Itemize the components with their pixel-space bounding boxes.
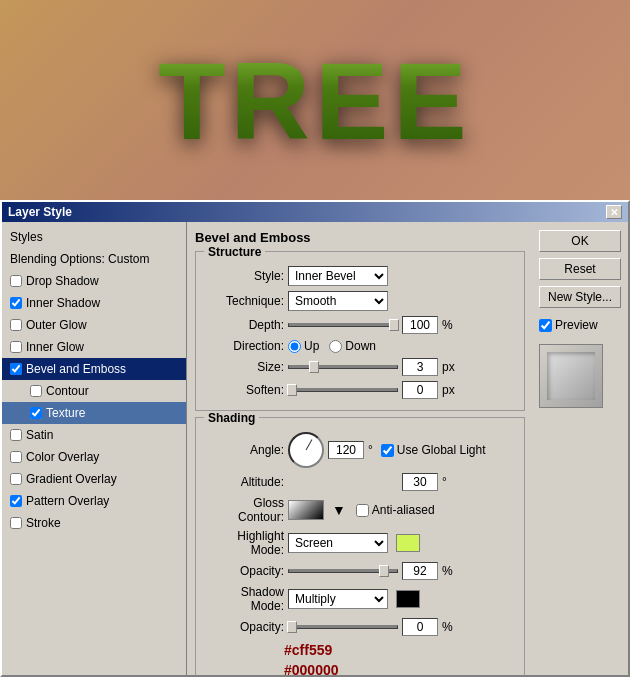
direction-label: Direction:: [204, 339, 284, 353]
use-global-light-checkbox[interactable]: [381, 444, 394, 457]
inner-glow-checkbox[interactable]: [10, 341, 22, 353]
inner-glow-label: Inner Glow: [26, 340, 84, 354]
gloss-contour-label: Gloss Contour:: [204, 496, 284, 524]
sidebar-item-inner-glow[interactable]: Inner Glow: [2, 336, 186, 358]
size-slider[interactable]: [288, 365, 398, 369]
soften-row: Soften: px: [204, 381, 516, 399]
preview-checkbox-label[interactable]: Preview: [539, 318, 622, 332]
sidebar-item-drop-shadow[interactable]: Drop Shadow: [2, 270, 186, 292]
altitude-row: Altitude: °: [204, 473, 516, 491]
structure-label: Structure: [204, 245, 265, 259]
shadow-opacity-input[interactable]: [402, 618, 438, 636]
new-style-button[interactable]: New Style...: [539, 286, 621, 308]
altitude-input[interactable]: [402, 473, 438, 491]
direction-up-radio[interactable]: [288, 340, 301, 353]
contour-label: Contour: [46, 384, 89, 398]
shadow-opacity-row: Opacity: %: [204, 618, 516, 636]
sidebar-item-pattern-overlay[interactable]: Pattern Overlay: [2, 490, 186, 512]
soften-input[interactable]: [402, 381, 438, 399]
direction-down-option[interactable]: Down: [329, 339, 376, 353]
preview-checkbox[interactable]: [539, 319, 552, 332]
technique-label: Technique:: [204, 294, 284, 308]
gradient-overlay-checkbox[interactable]: [10, 473, 22, 485]
shading-label: Shading: [204, 411, 259, 425]
angle-label: Angle:: [204, 443, 284, 457]
gloss-contour-arrow[interactable]: ▼: [332, 502, 346, 518]
sidebar-item-contour[interactable]: Contour: [2, 380, 186, 402]
angle-unit: °: [368, 443, 373, 457]
drop-shadow-checkbox[interactable]: [10, 275, 22, 287]
shadow-color-swatch[interactable]: [396, 590, 420, 608]
sidebar-item-bevel-emboss[interactable]: Bevel and Emboss: [2, 358, 186, 380]
direction-down-label: Down: [345, 339, 376, 353]
sidebar-item-styles-label: Styles: [10, 230, 43, 244]
highlight-opacity-slider[interactable]: [288, 569, 398, 573]
reset-button[interactable]: Reset: [539, 258, 621, 280]
stroke-checkbox[interactable]: [10, 517, 22, 529]
shadow-opacity-slider[interactable]: [288, 625, 398, 629]
sidebar-item-inner-shadow[interactable]: Inner Shadow: [2, 292, 186, 314]
inner-shadow-checkbox[interactable]: [10, 297, 22, 309]
shadow-mode-label: Shadow Mode:: [204, 585, 284, 613]
style-select[interactable]: Inner Bevel: [288, 266, 388, 286]
layer-style-dialog: Layer Style ✕ Styles Blending Options: C…: [0, 200, 630, 677]
color-overlay-checkbox[interactable]: [10, 451, 22, 463]
bevel-emboss-label: Bevel and Emboss: [26, 362, 126, 376]
contour-checkbox[interactable]: [30, 385, 42, 397]
sidebar-item-texture[interactable]: Texture: [2, 402, 186, 424]
highlight-opacity-input[interactable]: [402, 562, 438, 580]
highlight-mode-row: Highlight Mode: Screen: [204, 529, 516, 557]
soften-slider[interactable]: [288, 388, 398, 392]
size-input[interactable]: [402, 358, 438, 376]
sidebar-item-satin[interactable]: Satin: [2, 424, 186, 446]
preview-label: Preview: [555, 318, 598, 332]
sidebar-item-stroke[interactable]: Stroke: [2, 512, 186, 534]
pattern-overlay-label: Pattern Overlay: [26, 494, 109, 508]
outer-glow-checkbox[interactable]: [10, 319, 22, 331]
highlight-color-swatch[interactable]: [396, 534, 420, 552]
size-unit: px: [442, 360, 455, 374]
gloss-contour-preview[interactable]: [288, 500, 324, 520]
sidebar-item-color-overlay[interactable]: Color Overlay: [2, 446, 186, 468]
color2-label: #000000: [284, 662, 516, 675]
highlight-opacity-label: Opacity:: [204, 564, 284, 578]
shadow-opacity-unit: %: [442, 620, 453, 634]
altitude-unit: °: [442, 475, 447, 489]
anti-aliased-option[interactable]: Anti-aliased: [356, 503, 435, 517]
bevel-emboss-checkbox[interactable]: [10, 363, 22, 375]
close-button[interactable]: ✕: [606, 205, 622, 219]
satin-checkbox[interactable]: [10, 429, 22, 441]
style-label: Style:: [204, 269, 284, 283]
depth-label: Depth:: [204, 318, 284, 332]
sidebar-item-gradient-overlay[interactable]: Gradient Overlay: [2, 468, 186, 490]
color-labels: #cff559 #000000: [284, 642, 516, 675]
color-overlay-label: Color Overlay: [26, 450, 99, 464]
inner-shadow-label: Inner Shadow: [26, 296, 100, 310]
texture-checkbox[interactable]: [30, 407, 42, 419]
direction-up-option[interactable]: Up: [288, 339, 319, 353]
altitude-label: Altitude:: [204, 475, 284, 489]
sidebar-item-styles[interactable]: Styles: [2, 226, 186, 248]
direction-down-radio[interactable]: [329, 340, 342, 353]
highlight-opacity-row: Opacity: %: [204, 562, 516, 580]
dialog-title: Layer Style: [8, 205, 72, 219]
ok-button[interactable]: OK: [539, 230, 621, 252]
angle-input[interactable]: [328, 441, 364, 459]
tree-preview-text: TREE: [158, 37, 471, 164]
depth-slider[interactable]: [288, 323, 398, 327]
direction-up-label: Up: [304, 339, 319, 353]
depth-input[interactable]: [402, 316, 438, 334]
anti-aliased-checkbox[interactable]: [356, 504, 369, 517]
sidebar-item-blending[interactable]: Blending Options: Custom: [2, 248, 186, 270]
pattern-overlay-checkbox[interactable]: [10, 495, 22, 507]
technique-select[interactable]: Smooth: [288, 291, 388, 311]
soften-label: Soften:: [204, 383, 284, 397]
shadow-mode-row: Shadow Mode: Multiply: [204, 585, 516, 613]
color1-label: #cff559: [284, 642, 516, 658]
highlight-mode-select[interactable]: Screen: [288, 533, 388, 553]
angle-control[interactable]: [288, 432, 324, 468]
preview-thumbnail: [539, 344, 603, 408]
shadow-mode-select[interactable]: Multiply: [288, 589, 388, 609]
sidebar-item-outer-glow[interactable]: Outer Glow: [2, 314, 186, 336]
use-global-light-option[interactable]: Use Global Light: [381, 443, 486, 457]
